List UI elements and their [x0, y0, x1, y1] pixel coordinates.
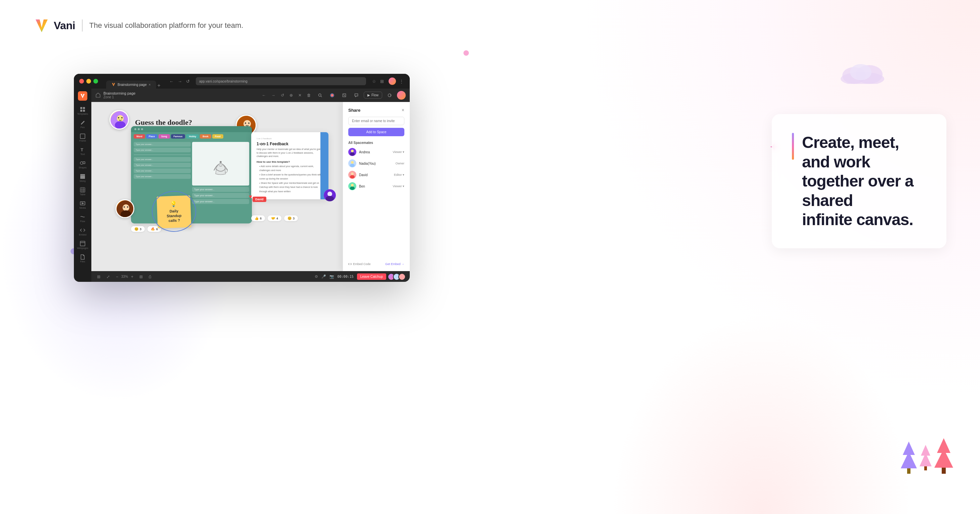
browser-tab-active[interactable]: Brainstorming page × — [106, 81, 156, 89]
sidebar-item-table[interactable]: Table — [76, 185, 89, 197]
quiz-btn-5[interactable]: Hobby — [186, 134, 199, 138]
share-email-input[interactable] — [348, 117, 404, 125]
quiz-input-r3[interactable]: Type your answer... — [192, 199, 249, 204]
settings-icon[interactable]: ⚙ — [315, 274, 318, 279]
user-profile-btn[interactable] — [388, 78, 396, 85]
sidebar-item-frame[interactable]: Frame — [76, 132, 89, 144]
svg-point-61 — [350, 187, 355, 190]
member-role-david: Editor ▾ — [394, 173, 404, 176]
color-picker-btn[interactable] — [328, 90, 337, 100]
sidebar-item-text[interactable]: T Text — [76, 145, 89, 157]
comment-btn[interactable] — [352, 90, 361, 100]
zoom-out-btn[interactable]: − — [114, 273, 120, 280]
reaction-emoji-1[interactable]: 😊3 — [131, 226, 145, 232]
member-avatar-ben — [348, 182, 356, 190]
redo-btn[interactable]: → — [270, 92, 277, 98]
feedback-description: Help your mentor or teammate get an idea… — [256, 148, 323, 159]
more-options-btn[interactable]: ⋮ — [399, 78, 404, 84]
sidebar-item-sticky[interactable]: Sticky — [76, 172, 89, 184]
quiz-btn-3[interactable]: Song — [159, 134, 170, 138]
svg-point-57 — [351, 173, 354, 175]
sidebar-item-pen[interactable]: Pen — [76, 118, 89, 130]
sidebar-item-templates[interactable]: Templates — [76, 105, 89, 117]
tab-close-btn[interactable]: × — [149, 83, 151, 87]
zoom-level: 33% — [121, 275, 128, 278]
quiz-input-r1[interactable]: Type your answer... — [192, 187, 249, 192]
bottom-tools: ⊞ ⤢ − 33% + ⊞ ⎙ — [95, 273, 311, 280]
tab-new-btn[interactable]: + — [158, 82, 161, 89]
user-avatar[interactable] — [397, 91, 406, 100]
quiz-btn-6[interactable]: Book — [200, 134, 211, 138]
add-btn[interactable]: ⊕ — [288, 92, 294, 98]
quiz-input-6[interactable]: Type your answer... — [134, 174, 191, 179]
extensions-btn[interactable]: ⊞ — [380, 78, 385, 84]
member-row-nadia: Nadia(You) Owner — [348, 159, 404, 167]
quiz-input-2[interactable]: Type your answer... — [134, 148, 191, 152]
sidebar-item-embed[interactable]: Embed — [76, 225, 89, 238]
sidebar-item-shapes[interactable]: Shapes — [76, 159, 89, 170]
feedback-card: 1 on 1 Feedback 1-on-1 Feedback Help you… — [251, 132, 328, 199]
quiz-input-r2[interactable]: Type your answer... — [192, 193, 249, 198]
traffic-light-yellow[interactable] — [86, 79, 91, 84]
member-row-david: David Editor ▾ — [348, 171, 404, 179]
reaction-2-emoji-2[interactable]: 🤝4 — [268, 216, 282, 221]
bookmark-btn[interactable]: ☆ — [371, 78, 377, 84]
select-btn[interactable] — [340, 90, 349, 100]
reaction-2-emoji-3[interactable]: 😊3 — [284, 216, 298, 221]
tree-1 — [901, 441, 917, 474]
sidebar-item-media[interactable]: Media — [76, 198, 89, 211]
delete-btn[interactable]: 🗑 — [305, 92, 313, 98]
svg-point-40 — [248, 122, 250, 124]
svg-marker-6 — [112, 83, 115, 87]
reaction-2-emoji-1[interactable]: 👍6 — [251, 216, 265, 221]
sync-btn[interactable] — [385, 90, 394, 100]
sidebar-item-text-label: Text — [81, 153, 85, 155]
undo-btn[interactable]: ← — [260, 92, 268, 98]
share-add-btn[interactable]: Add to Space — [348, 128, 404, 136]
canvas-area[interactable]: Guess the doodle? — [91, 102, 410, 271]
nav-refresh-btn[interactable]: ↺ — [185, 78, 191, 84]
print-btn[interactable]: ⎙ — [147, 273, 153, 280]
quiz-input-1[interactable]: Type your answer... — [134, 142, 191, 147]
quiz-btn-7[interactable]: Food — [212, 134, 223, 138]
quiz-input-4[interactable]: Type your answer... — [134, 163, 191, 167]
nav-back-btn[interactable]: ← — [169, 78, 174, 84]
quiz-input-5[interactable]: Type your answer... — [134, 168, 191, 173]
nav-forward-btn[interactable]: → — [177, 78, 183, 84]
member-avatar-andrea — [348, 148, 356, 156]
quiz-btn-1[interactable]: Word — [134, 134, 145, 138]
traffic-light-red[interactable] — [79, 79, 84, 84]
quiz-btn-4[interactable]: Famous — [171, 134, 185, 138]
expand-btn[interactable]: ⊞ — [95, 273, 102, 280]
quiz-btn-2[interactable]: Place — [146, 134, 158, 138]
camera-icon[interactable]: 📷 — [329, 274, 334, 279]
avatar-person-3 — [116, 199, 134, 218]
remove-btn[interactable]: ✕ — [297, 92, 303, 98]
quiz-input-3[interactable]: Type your answer... — [134, 157, 191, 162]
grid-btn[interactable]: ⊞ — [138, 273, 145, 280]
share-close-btn[interactable]: × — [402, 107, 404, 113]
mic-icon[interactable]: 🎤 — [321, 274, 326, 279]
page-name: Brainstorming page — [103, 91, 135, 95]
sidebar-item-webpages[interactable]: Webpages — [76, 239, 89, 251]
address-bar[interactable]: app.vani.co/space/brainstorming — [196, 77, 366, 85]
reaction-count-1: 3 — [140, 227, 142, 231]
traffic-light-green[interactable] — [93, 79, 98, 84]
sidebar-logo[interactable] — [78, 91, 88, 101]
tagline-card: Create, meet, and work together over a s… — [772, 114, 947, 248]
zoom-in-btn[interactable]: + — [129, 273, 135, 280]
spacemates-title: All Spacemates — [348, 141, 404, 144]
sidebar-item-files[interactable]: Files — [76, 252, 89, 264]
get-embed-link[interactable]: Get Embed → — [385, 262, 404, 266]
header-tagline: The visual collaboration platform for yo… — [89, 21, 243, 30]
sidebar-item-flow[interactable]: Flow — [76, 212, 89, 224]
svg-point-55 — [350, 164, 355, 167]
flow-mode-btn[interactable]: ▶ Flow — [364, 92, 382, 98]
reset-btn[interactable]: ↺ — [279, 92, 286, 98]
fullscreen-btn[interactable]: ⤢ — [105, 273, 111, 280]
member-row-andrea: Andrea Viewer ▾ — [348, 148, 404, 156]
search-btn[interactable] — [315, 90, 325, 100]
leave-catchup-btn[interactable]: Leave Catchup — [357, 273, 386, 280]
svg-marker-7 — [81, 94, 84, 98]
doodle-canvas[interactable] — [192, 142, 249, 186]
